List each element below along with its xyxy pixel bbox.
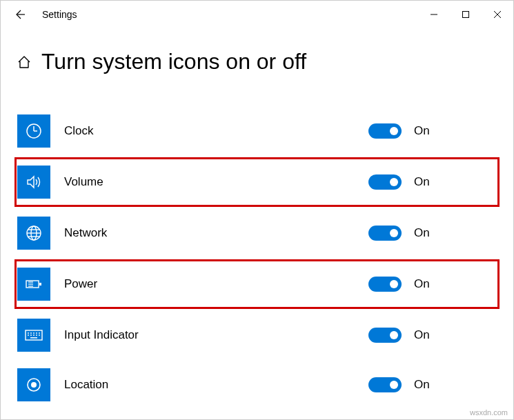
icon-tile bbox=[17, 319, 50, 352]
home-icon bbox=[17, 54, 32, 70]
setting-label: Clock bbox=[64, 124, 368, 138]
toggle-state: On bbox=[414, 378, 435, 392]
toggle-volume[interactable] bbox=[368, 174, 402, 190]
toggle-wrapper: On bbox=[368, 123, 435, 139]
setting-row-clock: Clock On bbox=[14, 106, 500, 156]
toggle-wrapper: On bbox=[368, 377, 435, 392]
svg-rect-28 bbox=[30, 337, 37, 339]
minimize-icon bbox=[430, 10, 438, 19]
toggle-knob bbox=[390, 178, 398, 186]
setting-label: Input Indicator bbox=[64, 328, 368, 342]
icon-tile bbox=[17, 114, 50, 148]
clock-icon bbox=[25, 122, 43, 140]
toggle-knob bbox=[390, 127, 398, 135]
toggle-wrapper: On bbox=[368, 226, 435, 241]
svg-point-30 bbox=[31, 382, 37, 388]
toggle-wrapper: On bbox=[368, 328, 435, 343]
settings-list: Clock On Volume On bbox=[14, 106, 500, 410]
setting-row-volume: Volume On bbox=[14, 157, 500, 207]
network-icon bbox=[25, 224, 43, 242]
svg-point-18 bbox=[28, 332, 29, 334]
svg-point-23 bbox=[28, 334, 29, 336]
setting-row-network: Network On bbox=[14, 208, 500, 258]
page-title: Turn system icons on or off bbox=[41, 49, 306, 74]
home-button[interactable] bbox=[17, 54, 32, 70]
toggle-state: On bbox=[414, 175, 435, 189]
icon-tile bbox=[17, 166, 50, 199]
toggle-location[interactable] bbox=[368, 377, 402, 392]
toggle-state: On bbox=[414, 277, 435, 291]
svg-rect-1 bbox=[463, 12, 469, 18]
location-icon bbox=[25, 376, 43, 394]
content: Turn system icons on or off Clock On bbox=[1, 28, 513, 410]
toggle-knob bbox=[390, 280, 398, 288]
page-header: Turn system icons on or off bbox=[14, 49, 500, 74]
keyboard-icon bbox=[24, 328, 43, 343]
svg-point-20 bbox=[33, 332, 34, 334]
toggle-knob bbox=[390, 381, 398, 389]
watermark: wsxdn.com bbox=[470, 408, 508, 417]
toggle-state: On bbox=[414, 226, 435, 240]
svg-point-24 bbox=[30, 334, 32, 336]
minimize-button[interactable] bbox=[418, 4, 450, 25]
close-icon bbox=[493, 10, 502, 19]
toggle-input-indicator[interactable] bbox=[368, 328, 402, 343]
svg-point-22 bbox=[39, 332, 40, 334]
back-arrow-icon bbox=[13, 8, 26, 21]
toggle-state: On bbox=[414, 124, 435, 138]
setting-label: Volume bbox=[64, 175, 368, 189]
setting-label: Power bbox=[64, 277, 368, 291]
window-controls bbox=[418, 4, 513, 25]
toggle-power[interactable] bbox=[368, 277, 402, 292]
setting-label: Network bbox=[64, 226, 368, 240]
svg-point-26 bbox=[36, 334, 37, 336]
close-button[interactable] bbox=[482, 4, 513, 25]
toggle-wrapper: On bbox=[368, 174, 435, 190]
setting-row-input-indicator: Input Indicator On bbox=[14, 310, 500, 360]
toggle-knob bbox=[390, 331, 398, 339]
setting-row-location: Location On bbox=[14, 360, 500, 410]
svg-rect-13 bbox=[39, 283, 41, 286]
svg-point-19 bbox=[30, 332, 32, 334]
icon-tile bbox=[17, 268, 50, 301]
titlebar: Settings bbox=[1, 1, 513, 28]
toggle-network[interactable] bbox=[368, 226, 402, 241]
toggle-clock[interactable] bbox=[368, 123, 402, 139]
toggle-wrapper: On bbox=[368, 277, 435, 292]
back-button[interactable] bbox=[13, 8, 26, 21]
setting-label: Location bbox=[64, 378, 368, 392]
titlebar-left: Settings bbox=[1, 8, 77, 21]
svg-point-21 bbox=[36, 332, 37, 334]
volume-icon bbox=[25, 173, 43, 191]
icon-tile bbox=[17, 217, 50, 250]
svg-point-25 bbox=[33, 334, 34, 336]
toggle-knob bbox=[390, 229, 398, 237]
maximize-icon bbox=[462, 10, 470, 19]
setting-row-power: Power On bbox=[14, 259, 500, 309]
maximize-button[interactable] bbox=[450, 4, 482, 25]
toggle-state: On bbox=[414, 328, 435, 342]
power-icon bbox=[24, 277, 43, 292]
window-title: Settings bbox=[42, 9, 77, 20]
svg-point-27 bbox=[39, 334, 40, 336]
icon-tile bbox=[17, 368, 50, 401]
